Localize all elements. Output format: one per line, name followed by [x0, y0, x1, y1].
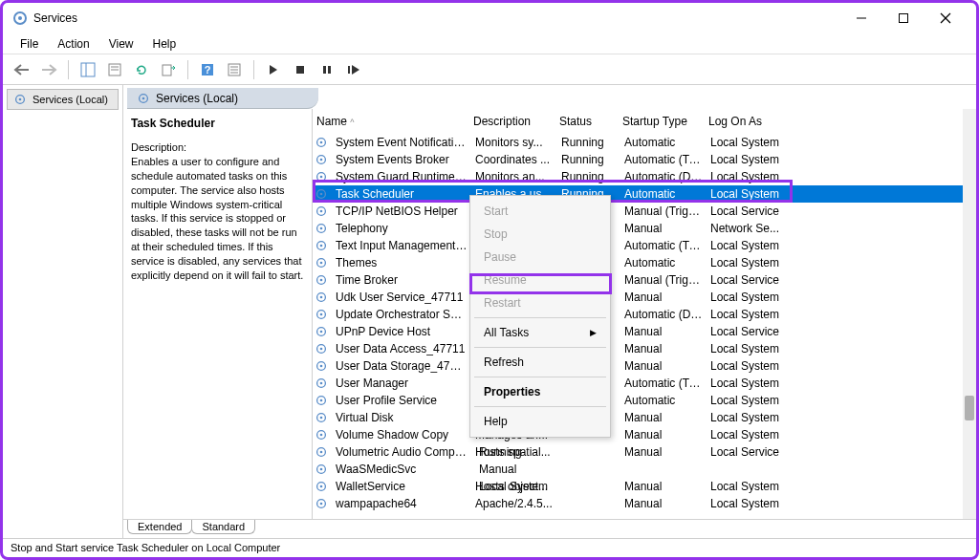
- cell-name: User Profile Service: [332, 392, 471, 409]
- tab-standard[interactable]: Standard: [191, 520, 255, 534]
- context-menu-separator: [474, 317, 606, 318]
- scrollbar-thumb[interactable]: [965, 396, 974, 420]
- service-row[interactable]: User Data Storage_47711ManualLocal Syste…: [313, 357, 976, 375]
- service-row[interactable]: TCP/IP NetBIOS HelperManual (Trigg...Loc…: [313, 203, 976, 220]
- service-row[interactable]: Text Input Management Ser...Automatic (T…: [313, 237, 976, 254]
- properties-button[interactable]: [103, 58, 126, 81]
- col-logon[interactable]: Log On As: [705, 113, 791, 130]
- context-menu-help[interactable]: Help: [470, 410, 610, 433]
- svg-point-55: [320, 382, 323, 385]
- services-icon: [12, 11, 28, 26]
- cell-logon: Local Service: [707, 323, 793, 340]
- service-row[interactable]: System Guard Runtime Mon...Monitors an..…: [313, 168, 976, 185]
- context-menu-separator: [474, 347, 606, 348]
- context-menu-stop[interactable]: Stop: [470, 223, 610, 246]
- cell-startup: Automatic: [620, 134, 707, 151]
- menu-action[interactable]: Action: [48, 35, 98, 52]
- cell-startup: Manual: [620, 426, 707, 443]
- svg-point-69: [320, 503, 323, 506]
- service-row[interactable]: Volume Shadow CopyManages an...ManualLoc…: [313, 426, 976, 443]
- svg-point-63: [320, 451, 323, 454]
- service-row[interactable]: System Events BrokerCoordinates ...Runni…: [313, 151, 976, 168]
- service-row[interactable]: User Profile ServiceAutomaticLocal Syste…: [313, 392, 976, 409]
- service-row[interactable]: UPnP Device HostManualLocal Service: [313, 323, 976, 340]
- pause-service-button[interactable]: [315, 58, 338, 81]
- service-row[interactable]: User Data Access_47711ManualLocal System: [313, 340, 976, 357]
- col-description[interactable]: Description: [469, 113, 555, 130]
- context-menu-separator: [474, 406, 606, 407]
- start-service-button[interactable]: [262, 58, 285, 81]
- menu-view[interactable]: View: [99, 35, 143, 52]
- svg-point-23: [19, 98, 22, 101]
- svg-text:?: ?: [205, 64, 211, 75]
- service-row[interactable]: System Event Notification S...Monitors s…: [313, 134, 976, 151]
- cell-startup: Manual: [620, 478, 707, 495]
- context-menu-refresh[interactable]: Refresh: [470, 351, 610, 374]
- menu-help[interactable]: Help: [143, 35, 186, 52]
- context-menu-restart[interactable]: Restart: [470, 291, 610, 314]
- service-row[interactable]: Update Orchestrator ServiceAutomatic (De…: [313, 306, 976, 323]
- svg-point-31: [320, 176, 323, 179]
- list-button[interactable]: [223, 58, 246, 81]
- maximize-button[interactable]: [882, 5, 925, 32]
- context-menu-pause[interactable]: Pause: [470, 246, 610, 269]
- cell-name: UPnP Device Host: [332, 323, 471, 340]
- service-row[interactable]: ThemesAutomaticLocal System: [313, 254, 976, 271]
- col-startup[interactable]: Startup Type: [619, 113, 705, 130]
- close-button[interactable]: [925, 5, 967, 32]
- cell-startup: Manual: [620, 357, 707, 375]
- refresh-button[interactable]: [130, 58, 153, 81]
- cell-name: System Guard Runtime Mon...: [332, 168, 471, 185]
- selected-service-name: Task Scheduler: [131, 117, 304, 130]
- cell-logon: Local Service: [707, 443, 793, 461]
- col-name[interactable]: Name ^: [313, 113, 469, 130]
- cell-name: Telephony: [332, 220, 471, 237]
- context-menu: StartStopPauseResumeRestartAll Tasks▶Ref…: [469, 195, 611, 438]
- svg-point-25: [142, 97, 145, 99]
- service-row[interactable]: Virtual DiskProvides ma...ManualLocal Sy…: [313, 409, 976, 426]
- context-menu-properties[interactable]: Properties: [470, 380, 610, 403]
- cell-logon: Local System: [707, 392, 793, 409]
- col-status[interactable]: Status: [555, 113, 619, 130]
- help-button[interactable]: ?: [196, 58, 219, 81]
- service-row[interactable]: Task SchedulerEnables a us...RunningAuto…: [313, 185, 976, 203]
- service-panel: Task Scheduler Description: Enables a us…: [123, 109, 313, 519]
- context-menu-all-tasks[interactable]: All Tasks▶: [470, 321, 610, 344]
- stop-service-button[interactable]: [289, 58, 312, 81]
- cell-name: User Data Storage_47711: [332, 357, 471, 375]
- cell-name: System Events Broker: [332, 151, 471, 168]
- service-row[interactable]: User ManagerAutomatic (Tri...Local Syste…: [313, 375, 976, 392]
- cell-logon: Local System: [707, 289, 793, 306]
- service-row[interactable]: wampapache64Apache/2.4.5...ManualLocal S…: [313, 495, 976, 512]
- export-button[interactable]: [157, 58, 180, 81]
- cell-logon: Local System: [707, 375, 793, 392]
- svg-point-53: [320, 365, 323, 368]
- cell-name: System Event Notification S...: [332, 134, 471, 151]
- back-button[interactable]: [11, 58, 33, 81]
- forward-button[interactable]: [37, 58, 60, 81]
- minimize-button[interactable]: [840, 5, 882, 32]
- cell-name: Volumetric Audio Composit...: [332, 443, 471, 461]
- tree-pane: Services (Local): [3, 85, 123, 538]
- svg-point-61: [320, 434, 323, 437]
- titlebar[interactable]: Services: [3, 3, 976, 33]
- service-row[interactable]: TelephonyManualNetwork Se...: [313, 220, 976, 237]
- service-row[interactable]: Udk User Service_47711ManualLocal System: [313, 289, 976, 306]
- svg-rect-6: [81, 63, 95, 76]
- context-menu-start[interactable]: Start: [470, 200, 610, 223]
- tree-item-services-local[interactable]: Services (Local): [7, 89, 119, 110]
- service-row[interactable]: Volumetric Audio Composit...Hosts spatia…: [313, 443, 976, 461]
- tab-extended[interactable]: Extended: [127, 520, 192, 534]
- cell-logon: Local System: [707, 409, 793, 426]
- service-row[interactable]: WalletServiceHosts object...ManualLocal …: [313, 478, 976, 495]
- service-row[interactable]: Time BrokerManual (Trigg...Local Service: [313, 271, 976, 289]
- service-row[interactable]: WaaSMedicSvcRunningManualLocal System: [313, 461, 976, 478]
- svg-point-35: [320, 210, 323, 213]
- detail-view-button[interactable]: [76, 58, 99, 81]
- svg-point-51: [320, 348, 323, 351]
- restart-service-button[interactable]: [342, 58, 365, 81]
- context-menu-resume[interactable]: Resume: [470, 269, 610, 291]
- scrollbar[interactable]: [963, 109, 976, 519]
- service-list[interactable]: Name ^ Description Status Startup Type L…: [313, 109, 976, 519]
- menu-file[interactable]: File: [11, 35, 48, 52]
